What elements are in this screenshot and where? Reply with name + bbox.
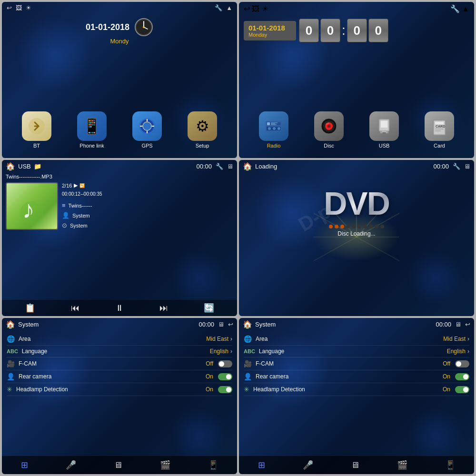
flip-date-box: 01-01-2018 Monday xyxy=(244,21,296,40)
head-label2: Headlamp Detection xyxy=(253,386,443,393)
setup-app-icon[interactable]: ⚙ Setup xyxy=(188,111,217,149)
dvd-logo-area: DVD Disc Loading... xyxy=(239,173,474,249)
head-label1: Headlamp Detection xyxy=(16,386,206,393)
nav-movie2[interactable]: 🎬 xyxy=(393,458,411,472)
nav-mic2[interactable]: 🎤 xyxy=(299,458,317,472)
rear-icon1: 👤 xyxy=(7,373,15,380)
flip-date: 01-01-2018 xyxy=(248,24,291,32)
nav-home2[interactable]: ⊞ xyxy=(254,458,269,472)
head-toggle1[interactable] xyxy=(218,386,232,393)
fcam-label1: F-CAM xyxy=(19,360,206,367)
nav-movie1[interactable]: 🎬 xyxy=(156,458,174,472)
rear-icon2: 👤 xyxy=(244,373,252,380)
time-p6: 00:00 xyxy=(436,321,451,328)
date-display: 01-01-2018 xyxy=(86,22,129,32)
next-btn[interactable]: ⏭ xyxy=(159,303,168,313)
lang-icon1: ABC xyxy=(7,348,18,354)
nav-monitor1[interactable]: 🖥 xyxy=(110,459,126,472)
setting-area1[interactable]: 🌐 Area Mid East › xyxy=(7,333,232,346)
photo-icon[interactable]: 🖼 xyxy=(16,4,22,11)
area-label1: Area xyxy=(19,336,206,342)
card-icon[interactable]: CARD Card xyxy=(425,111,454,149)
nav-monitor2[interactable]: 🖥 xyxy=(347,459,363,472)
fcam-toggle1[interactable] xyxy=(218,360,232,367)
flip-m2: 0 xyxy=(368,19,388,42)
radio-icon[interactable]: Radio xyxy=(259,111,288,149)
rear-label1: Rear camera xyxy=(19,373,206,380)
folder-icon-p3[interactable]: 📁 xyxy=(34,163,41,170)
setting-lang2[interactable]: ABC Language English › xyxy=(244,346,469,357)
settings-icon2[interactable]: 🔧 xyxy=(450,5,460,13)
photo-icon2[interactable]: 🖼 xyxy=(252,5,259,13)
sys-title2: System xyxy=(255,321,276,328)
rear-toggle1[interactable] xyxy=(218,373,232,380)
dvd-logo-text: DVD xyxy=(324,185,389,222)
usb-title: USB xyxy=(18,163,31,170)
flip-time-box: 0 0 : 0 0 xyxy=(299,19,388,42)
settings-icon-p4[interactable]: 🔧 xyxy=(453,163,460,170)
dvd-header: 🏠 Loading 00:00 🔧 🖥 xyxy=(239,160,474,173)
rear-toggle2[interactable] xyxy=(455,373,469,380)
media-controls: 📋 ⏮ ⏸ ⏭ 🔄 xyxy=(2,300,237,316)
brightness-icon[interactable]: ☀ xyxy=(26,4,31,11)
monitor-icon-p5[interactable]: 🖥 xyxy=(218,321,224,328)
up-icon2[interactable]: ▲ xyxy=(462,5,469,13)
gps-icon-img xyxy=(132,111,162,141)
phonelink-label: Phone link xyxy=(79,143,104,149)
nav-phone1[interactable]: 📱 xyxy=(204,458,222,472)
prev-btn[interactable]: ⏮ xyxy=(71,303,79,313)
time-p5: 00:00 xyxy=(198,321,214,328)
playlist-btn[interactable]: 📋 xyxy=(25,303,35,313)
playlist-item-2: 👤 System xyxy=(62,210,233,220)
datetime-box: 01-01-2018 Mondy xyxy=(86,18,153,45)
setting-rear1: 👤 Rear camera On xyxy=(7,370,232,383)
brightness-icon2[interactable]: ☀ xyxy=(262,5,268,13)
play-icon[interactable]: ▶ xyxy=(74,182,78,188)
svg-text:CARD: CARD xyxy=(436,125,445,128)
fcam-toggle2[interactable] xyxy=(455,360,469,367)
track-info: 2/16 ▶ 🔁 00:00:12--00:00:35 ≡ Twins-----… xyxy=(62,182,233,230)
up-icon[interactable]: ▲ xyxy=(226,4,232,11)
monitor-icon-p6[interactable]: 🖥 xyxy=(455,321,461,328)
track-time: 00:00:12--00:00:35 xyxy=(62,191,233,197)
playlist-item-1: ≡ Twins------ xyxy=(62,200,233,210)
time-p3: 00:00 xyxy=(196,163,212,170)
back-icon[interactable]: ↩ xyxy=(7,4,12,11)
bt-app-icon[interactable]: BT xyxy=(22,111,51,149)
svg-point-21 xyxy=(273,127,276,130)
nav-home1[interactable]: ⊞ xyxy=(17,458,32,472)
monitor-icon-p4[interactable]: 🖥 xyxy=(464,163,470,170)
play-pause-btn[interactable]: ⏸ xyxy=(115,303,124,313)
head-toggle2[interactable] xyxy=(455,386,469,393)
home-icon-p6[interactable]: 🏠 xyxy=(243,320,252,329)
sys-header1: 🏠 System 00:00 🖥 ↩ xyxy=(2,318,237,331)
nav-mic1[interactable]: 🎤 xyxy=(62,458,80,472)
dvd-dots xyxy=(329,225,384,228)
monitor-icon-p3[interactable]: 🖥 xyxy=(227,163,233,170)
lang-label2: Language xyxy=(259,348,447,355)
lang-value1: English xyxy=(210,348,228,355)
phonelink-app-icon[interactable]: 📱 Phone link xyxy=(77,111,107,149)
setting-fcam2: 🎥 F-CAM Off xyxy=(244,357,469,370)
topbar-p1: ↩ 🖼 ☀ 🔧 ▲ xyxy=(2,2,237,14)
home-icon-p3[interactable]: 🏠 xyxy=(6,162,15,171)
back-icon-p6[interactable]: ↩ xyxy=(465,321,470,328)
repeat-btn[interactable]: 🔄 xyxy=(204,303,214,313)
settings-icon-p3[interactable]: 🔧 xyxy=(216,163,223,170)
usb-icon[interactable]: USB xyxy=(369,111,399,149)
area-value1: Mid East xyxy=(206,336,228,342)
repeat-icon[interactable]: 🔁 xyxy=(79,183,85,188)
setting-lang1[interactable]: ABC Language English › xyxy=(7,346,232,357)
back-icon-p5[interactable]: ↩ xyxy=(228,321,233,328)
settings-icon[interactable]: 🔧 xyxy=(215,4,222,11)
svg-point-22 xyxy=(278,127,280,130)
nav-phone2[interactable]: 📱 xyxy=(441,458,459,472)
usb-icon-img xyxy=(369,111,399,141)
svg-text:♪: ♪ xyxy=(22,196,35,223)
home-icon-p4[interactable]: 🏠 xyxy=(243,162,252,171)
gps-app-icon[interactable]: GPS xyxy=(132,111,162,149)
home-icon-p5[interactable]: 🏠 xyxy=(6,320,15,329)
back-icon2[interactable]: ↩ xyxy=(244,5,250,13)
disc-icon[interactable]: Disc xyxy=(314,111,344,149)
setting-area2[interactable]: 🌐 Area Mid East › xyxy=(244,333,469,346)
